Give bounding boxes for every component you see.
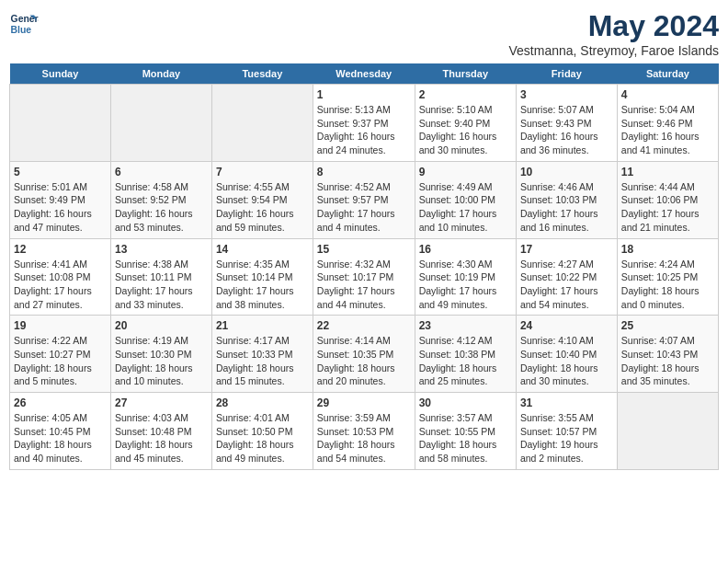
cell-content: Sunrise: 4:27 AM Sunset: 10:22 PM Daylig…: [520, 258, 613, 312]
cell-content: Sunrise: 4:12 AM Sunset: 10:38 PM Daylig…: [419, 334, 512, 388]
calendar-cell: 28Sunrise: 4:01 AM Sunset: 10:50 PM Dayl…: [211, 393, 313, 470]
date-number: 10: [520, 166, 613, 178]
date-number: 9: [419, 166, 512, 178]
date-number: 3: [520, 88, 613, 101]
calendar-cell: 29Sunrise: 3:59 AM Sunset: 10:53 PM Dayl…: [313, 393, 415, 470]
calendar-cell: 16Sunrise: 4:30 AM Sunset: 10:19 PM Dayl…: [415, 238, 516, 316]
date-number: 28: [216, 396, 309, 409]
calendar-cell: 6Sunrise: 4:58 AM Sunset: 9:52 PM Daylig…: [110, 161, 211, 238]
date-number: 31: [520, 396, 613, 409]
calendar-cell: 18Sunrise: 4:24 AM Sunset: 10:25 PM Dayl…: [617, 238, 718, 316]
calendar-cell: 7Sunrise: 4:55 AM Sunset: 9:54 PM Daylig…: [211, 161, 313, 238]
date-number: 8: [317, 166, 411, 178]
cell-content: Sunrise: 4:41 AM Sunset: 10:08 PM Daylig…: [14, 258, 107, 312]
date-number: 21: [216, 319, 309, 332]
calendar-cell: 2Sunrise: 5:10 AM Sunset: 9:40 PM Daylig…: [415, 85, 516, 162]
date-number: 15: [317, 243, 411, 256]
logo-icon: General Blue: [9, 9, 39, 39]
cell-content: Sunrise: 4:05 AM Sunset: 10:45 PM Daylig…: [14, 411, 107, 465]
calendar-cell: [110, 85, 211, 162]
calendar-cell: 10Sunrise: 4:46 AM Sunset: 10:03 PM Dayl…: [516, 161, 617, 238]
calendar-cell: 15Sunrise: 4:32 AM Sunset: 10:17 PM Dayl…: [313, 238, 415, 316]
date-number: 14: [216, 243, 309, 256]
week-row-1: 1Sunrise: 5:13 AM Sunset: 9:37 PM Daylig…: [10, 85, 719, 162]
calendar-cell: 3Sunrise: 5:07 AM Sunset: 9:43 PM Daylig…: [516, 85, 617, 162]
calendar-cell: 13Sunrise: 4:38 AM Sunset: 10:11 PM Dayl…: [110, 238, 211, 316]
cell-content: Sunrise: 4:32 AM Sunset: 10:17 PM Daylig…: [317, 258, 411, 312]
date-number: 23: [419, 319, 512, 332]
date-number: 18: [621, 243, 714, 256]
date-number: 20: [115, 319, 208, 332]
cell-content: Sunrise: 4:46 AM Sunset: 10:03 PM Daylig…: [520, 180, 613, 235]
header-row: SundayMondayTuesdayWednesdayThursdayFrid…: [10, 63, 719, 85]
calendar-cell: [617, 393, 718, 470]
day-header-saturday: Saturday: [617, 63, 718, 85]
calendar-cell: 21Sunrise: 4:17 AM Sunset: 10:33 PM Dayl…: [211, 316, 313, 393]
calendar-cell: [10, 85, 111, 162]
calendar-cell: 30Sunrise: 3:57 AM Sunset: 10:55 PM Dayl…: [415, 393, 516, 470]
date-number: 16: [419, 243, 512, 256]
cell-content: Sunrise: 5:01 AM Sunset: 9:49 PM Dayligh…: [14, 180, 107, 235]
date-number: 24: [520, 319, 613, 332]
date-number: 17: [520, 243, 613, 256]
date-number: 13: [115, 243, 208, 256]
date-number: 5: [14, 166, 107, 178]
cell-content: Sunrise: 4:44 AM Sunset: 10:06 PM Daylig…: [621, 180, 714, 235]
date-number: 30: [419, 396, 512, 409]
cell-content: Sunrise: 4:01 AM Sunset: 10:50 PM Daylig…: [216, 411, 309, 465]
date-number: 6: [115, 166, 208, 178]
calendar-cell: 14Sunrise: 4:35 AM Sunset: 10:14 PM Dayl…: [211, 238, 313, 316]
day-header-friday: Friday: [516, 63, 617, 85]
cell-content: Sunrise: 5:10 AM Sunset: 9:40 PM Dayligh…: [419, 103, 512, 157]
cell-content: Sunrise: 3:57 AM Sunset: 10:55 PM Daylig…: [419, 411, 512, 465]
cell-content: Sunrise: 4:19 AM Sunset: 10:30 PM Daylig…: [115, 334, 208, 388]
cell-content: Sunrise: 4:38 AM Sunset: 10:11 PM Daylig…: [115, 258, 208, 312]
day-header-sunday: Sunday: [10, 63, 111, 85]
cell-content: Sunrise: 4:10 AM Sunset: 10:40 PM Daylig…: [520, 334, 613, 388]
cell-content: Sunrise: 4:24 AM Sunset: 10:25 PM Daylig…: [621, 258, 714, 312]
date-number: 11: [621, 166, 714, 178]
subtitle: Vestmanna, Streymoy, Faroe Islands: [508, 43, 719, 58]
calendar-cell: 1Sunrise: 5:13 AM Sunset: 9:37 PM Daylig…: [313, 85, 415, 162]
week-row-5: 26Sunrise: 4:05 AM Sunset: 10:45 PM Dayl…: [10, 393, 719, 470]
calendar-cell: 17Sunrise: 4:27 AM Sunset: 10:22 PM Dayl…: [516, 238, 617, 316]
calendar-cell: [211, 85, 313, 162]
date-number: 4: [621, 88, 714, 101]
day-header-thursday: Thursday: [415, 63, 516, 85]
calendar-cell: 27Sunrise: 4:03 AM Sunset: 10:48 PM Dayl…: [110, 393, 211, 470]
week-row-3: 12Sunrise: 4:41 AM Sunset: 10:08 PM Dayl…: [10, 238, 719, 316]
date-number: 29: [317, 396, 411, 409]
calendar-cell: 20Sunrise: 4:19 AM Sunset: 10:30 PM Dayl…: [110, 316, 211, 393]
title-section: May 2024 Vestmanna, Streymoy, Faroe Isla…: [508, 9, 719, 58]
date-number: 22: [317, 319, 411, 332]
date-number: 19: [14, 319, 107, 332]
cell-content: Sunrise: 4:14 AM Sunset: 10:35 PM Daylig…: [317, 334, 411, 388]
calendar-cell: 4Sunrise: 5:04 AM Sunset: 9:46 PM Daylig…: [617, 85, 718, 162]
calendar-cell: 31Sunrise: 3:55 AM Sunset: 10:57 PM Dayl…: [516, 393, 617, 470]
calendar-cell: 12Sunrise: 4:41 AM Sunset: 10:08 PM Dayl…: [10, 238, 111, 316]
calendar-table: SundayMondayTuesdayWednesdayThursdayFrid…: [9, 63, 719, 470]
calendar-cell: 8Sunrise: 4:52 AM Sunset: 9:57 PM Daylig…: [313, 161, 415, 238]
logo: General Blue: [9, 9, 39, 39]
date-number: 26: [14, 396, 107, 409]
date-number: 2: [419, 88, 512, 101]
page-header: General Blue May 2024 Vestmanna, Streymo…: [9, 9, 719, 58]
cell-content: Sunrise: 4:49 AM Sunset: 10:00 PM Daylig…: [419, 180, 512, 235]
calendar-cell: 22Sunrise: 4:14 AM Sunset: 10:35 PM Dayl…: [313, 316, 415, 393]
cell-content: Sunrise: 5:04 AM Sunset: 9:46 PM Dayligh…: [621, 103, 714, 157]
calendar-cell: 9Sunrise: 4:49 AM Sunset: 10:00 PM Dayli…: [415, 161, 516, 238]
cell-content: Sunrise: 4:55 AM Sunset: 9:54 PM Dayligh…: [216, 180, 309, 235]
calendar-cell: 5Sunrise: 5:01 AM Sunset: 9:49 PM Daylig…: [10, 161, 111, 238]
cell-content: Sunrise: 4:30 AM Sunset: 10:19 PM Daylig…: [419, 258, 512, 312]
date-number: 1: [317, 88, 411, 101]
date-number: 7: [216, 166, 309, 178]
main-title: May 2024: [508, 9, 719, 43]
day-header-monday: Monday: [110, 63, 211, 85]
cell-content: Sunrise: 5:13 AM Sunset: 9:37 PM Dayligh…: [317, 103, 411, 157]
calendar-cell: 24Sunrise: 4:10 AM Sunset: 10:40 PM Dayl…: [516, 316, 617, 393]
calendar-cell: 19Sunrise: 4:22 AM Sunset: 10:27 PM Dayl…: [10, 316, 111, 393]
week-row-4: 19Sunrise: 4:22 AM Sunset: 10:27 PM Dayl…: [10, 316, 719, 393]
cell-content: Sunrise: 4:58 AM Sunset: 9:52 PM Dayligh…: [115, 180, 208, 235]
cell-content: Sunrise: 5:07 AM Sunset: 9:43 PM Dayligh…: [520, 103, 613, 157]
cell-content: Sunrise: 4:52 AM Sunset: 9:57 PM Dayligh…: [317, 180, 411, 235]
